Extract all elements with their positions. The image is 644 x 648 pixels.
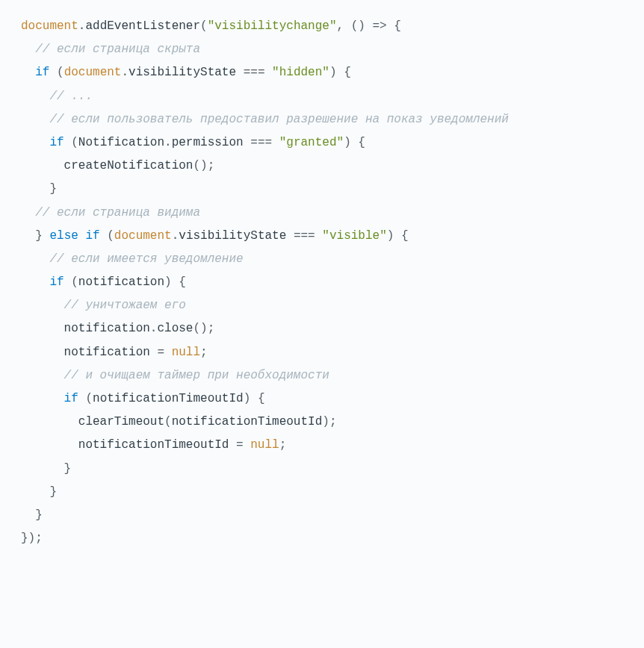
token-punct: ;	[208, 322, 215, 335]
token-paren: (	[71, 275, 78, 289]
token-punct: .	[121, 66, 129, 79]
token-kw-blue: if	[64, 392, 78, 405]
token-punct: ;	[200, 346, 208, 359]
token-paren: (	[85, 392, 93, 405]
token-text	[244, 438, 251, 452]
token-comment: // уничтожаем его	[64, 299, 186, 312]
token-text	[264, 66, 272, 79]
token-punct: =>	[373, 19, 387, 33]
token-paren: (	[200, 19, 208, 33]
token-kw-blue: if	[85, 229, 99, 243]
code-line: }	[21, 481, 623, 504]
token-punct: ,	[336, 19, 350, 33]
token-comment: // ...	[49, 90, 93, 103]
token-punct: =	[157, 346, 164, 359]
token-string: "visible"	[322, 229, 386, 243]
token-paren: ()	[193, 322, 207, 335]
token-kw-blue: if	[35, 66, 49, 79]
token-identifier: document	[21, 19, 78, 33]
code-line: // уничтожаем его	[21, 294, 623, 317]
code-line: // и очищаем таймер при необходимости	[21, 364, 623, 387]
token-punct: ;	[329, 415, 337, 429]
token-punct: ===	[250, 136, 272, 149]
token-kw-blue: if	[49, 136, 64, 149]
code-line: } else if (document.visibilityState === …	[21, 225, 623, 248]
code-line: // если имеется уведомление	[21, 248, 623, 271]
code-line: }	[21, 458, 623, 481]
token-text	[351, 136, 359, 149]
token-text: notificationTimeoutId	[172, 415, 323, 429]
token-text: Notification	[78, 136, 164, 149]
token-paren: }	[35, 229, 43, 243]
token-paren: {	[179, 275, 186, 289]
token-text	[100, 229, 108, 243]
token-punct: ;	[35, 532, 43, 545]
token-text: notification	[78, 275, 164, 289]
token-paren: (	[164, 415, 172, 429]
token-paren: {	[344, 66, 351, 79]
code-line: notification = null;	[21, 341, 623, 364]
code-line: clearTimeout(notificationTimeoutId);	[21, 411, 623, 434]
token-paren: ()	[351, 19, 365, 33]
token-text	[172, 275, 179, 289]
token-comment: // если пользователь предоставил разреше…	[49, 113, 509, 126]
code-line: notification.close();	[21, 317, 623, 340]
code-line: createNotification();	[21, 155, 623, 178]
token-paren: )	[344, 136, 351, 149]
token-text: permission	[172, 136, 251, 149]
token-string: "hidden"	[272, 66, 329, 79]
code-line: // если пользователь предоставил разреше…	[21, 108, 623, 131]
token-paren: }	[35, 508, 43, 522]
token-punct: .	[150, 322, 158, 335]
token-text	[78, 229, 86, 243]
token-string: "visibilitychange"	[208, 19, 337, 33]
token-text: clearTimeout	[78, 415, 164, 429]
token-punct: =	[236, 438, 244, 452]
code-line: if (notificationTimeoutId) {	[21, 387, 623, 411]
code-line: }	[21, 504, 623, 527]
code-line: if (Notification.permission === "granted…	[21, 131, 623, 155]
token-text	[43, 229, 50, 243]
token-null: null	[250, 438, 279, 452]
token-paren: )	[387, 229, 394, 243]
code-block: document.addEventListener("visibilitycha…	[21, 15, 623, 550]
token-identifier: document	[114, 229, 172, 243]
token-text	[387, 19, 394, 33]
token-text: notification	[64, 322, 150, 335]
token-text	[49, 66, 57, 79]
token-comment: // и очищаем таймер при необходимости	[64, 369, 329, 382]
token-text	[64, 136, 72, 149]
token-comment: // если страница скрыта	[35, 43, 200, 56]
code-line: // ...	[21, 85, 623, 108]
token-punct: ===	[294, 229, 315, 243]
token-punct: ;	[208, 159, 215, 172]
token-null: null	[172, 346, 200, 359]
token-comment: // если страница видима	[35, 206, 200, 219]
code-line: });	[21, 527, 623, 550]
token-text: notification	[64, 346, 158, 359]
token-paren: )	[322, 415, 329, 429]
token-text	[78, 392, 86, 405]
token-text	[315, 229, 323, 243]
code-line: }	[21, 178, 623, 201]
token-paren: {	[401, 229, 409, 243]
token-text: createNotification	[64, 159, 193, 172]
token-comment: // если имеется уведомление	[49, 252, 243, 266]
token-text: addEventListener	[85, 19, 200, 33]
token-paren: }	[49, 485, 57, 499]
token-text	[164, 346, 172, 359]
token-paren: })	[21, 532, 35, 545]
token-text: notificationTimeoutId	[78, 438, 236, 452]
code-line: if (document.visibilityState === "hidden…	[21, 61, 623, 84]
code-line: document.addEventListener("visibilitycha…	[21, 15, 623, 38]
token-punct: .	[164, 136, 172, 149]
token-identifier: document	[64, 66, 122, 79]
token-punct: .	[78, 19, 86, 33]
code-line: if (notification) {	[21, 271, 623, 294]
token-kw-blue: if	[49, 275, 64, 289]
token-text: notificationTimeoutId	[93, 392, 244, 405]
token-text	[272, 136, 279, 149]
token-paren: )	[329, 66, 337, 79]
token-paren: }	[64, 462, 72, 476]
token-paren: )	[164, 275, 172, 289]
